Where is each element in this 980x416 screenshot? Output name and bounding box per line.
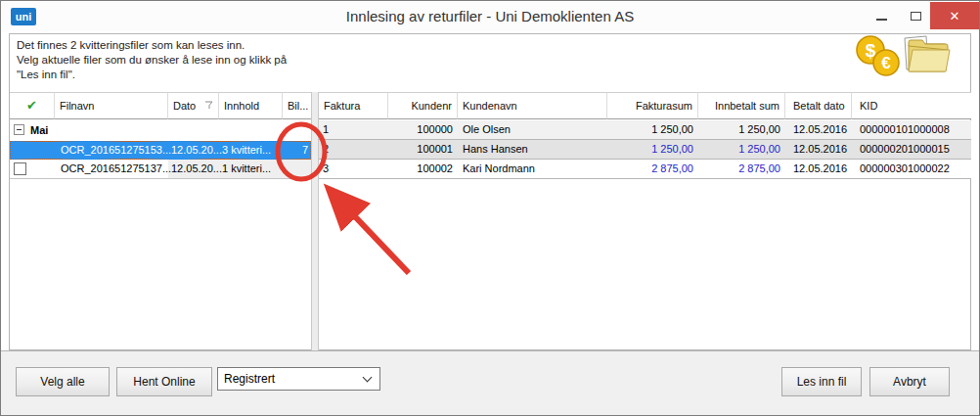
betalt-dato: 12.05.2016 [793,120,852,139]
files-header-dato[interactable]: Dato [168,92,219,119]
checkmark-icon: ✔ [26,98,37,113]
file-content: 1 kvitteri... [222,160,283,177]
panel-splitter[interactable] [311,92,319,350]
dropdown-value: Registrert [224,372,275,386]
fakturasum: 1 250,00 [607,120,693,139]
collapse-group-icon[interactable] [14,124,24,135]
innbetalt-sum: 1 250,00 [698,140,780,159]
file-bilag-count: 7 [283,141,308,159]
faktura-nr: 3 [323,160,381,178]
receipts-header-kid[interactable]: KID [852,92,971,119]
chevron-down-icon [363,373,373,383]
receipts-header-kundenavn[interactable]: Kundenavn [458,92,607,119]
fakturasum: 2 875,00 [607,160,693,178]
kundenavn: Hans Hansen [463,140,604,159]
group-label: Mai [30,120,48,140]
file-checkbox[interactable] [14,162,26,175]
maximize-icon [911,12,921,21]
files-header-bilag[interactable]: Bil... [283,92,311,119]
money-folder-icon: $ € [854,34,952,81]
instruction-line-3: "Les inn fil". [17,68,287,82]
files-group-row[interactable]: Mai [10,120,311,140]
file-content: 3 kvitteri... [222,141,283,159]
status-filter-dropdown[interactable]: Registrert [217,367,380,391]
sort-indicator-icon [204,101,213,110]
kundenavn: Ole Olsen [463,120,604,139]
files-header-check[interactable]: ✔ [10,92,55,119]
receipt-row[interactable]: 2 100001 Hans Hansen 1 250,00 1 250,00 1… [319,140,971,160]
kid: 000000101000008 [860,120,969,139]
close-button[interactable]: ✕ [930,2,979,29]
innbetalt-sum: 2 875,00 [698,160,780,178]
title-bar: uni Innlesing av returfiler - Uni Demokl… [1,1,979,31]
receipts-header-fakturasum[interactable]: Fakturasum [607,92,698,119]
faktura-nr: 2 [323,140,381,159]
avbryt-button[interactable]: Avbryt [869,367,950,396]
minimize-button[interactable] [866,2,897,29]
dialog-innlesing-av-returfiler: uni Innlesing av returfiler - Uni Demokl… [0,0,980,416]
svg-text:€: € [881,54,891,72]
file-row[interactable]: OCR_201651275137... 12.05.20... 1 kvitte… [10,160,311,178]
files-header-innhold[interactable]: Innhold [219,92,283,119]
betalt-dato: 12.05.2016 [793,160,852,178]
receipts-header-betalt-dato[interactable]: Betalt dato [785,92,852,119]
files-header-filnavn[interactable]: Filnavn [55,92,168,119]
file-name: OCR_201651275153... [61,141,171,159]
file-date: 12.05.20... [171,160,222,177]
kundenavn: Kari Nordmann [463,160,604,178]
receipt-row[interactable]: 3 100002 Kari Nordmann 2 875,00 2 875,00… [319,160,971,179]
hent-online-button[interactable]: Hent Online [116,367,212,396]
uni-logo-icon: uni [11,8,36,25]
file-row-selected[interactable]: OCR_201651275153... 12.05.20... 3 kvitte… [10,141,311,160]
kid: 000000301000022 [860,160,969,178]
les-inn-fil-button[interactable]: Les inn fil [781,367,862,396]
row-separator [10,178,311,179]
close-icon: ✕ [950,9,960,23]
receipts-header-innbetalt-sum[interactable]: Innbetalt sum [698,92,785,119]
innbetalt-sum: 1 250,00 [698,120,780,139]
kid: 000000201000015 [860,140,969,159]
instruction-text: Det finnes 2 kvitteringsfiler som kan le… [17,38,287,82]
kundenr: 100000 [388,120,453,139]
kundenr: 100002 [388,160,453,178]
file-date: 12.05.20... [171,141,222,159]
receipts-header-faktura[interactable]: Faktura [319,92,388,119]
file-name: OCR_201651275137... [61,160,171,177]
minimize-icon [876,19,887,21]
instruction-line-2: Velg aktuelle filer som du ønsker å lese… [17,53,287,68]
fakturasum: 1 250,00 [607,140,693,159]
receipt-row[interactable]: 1 100000 Ole Olsen 1 250,00 1 250,00 12.… [319,120,971,140]
velg-alle-button[interactable]: Velg alle [16,367,110,396]
kundenr: 100001 [388,140,453,159]
window-title: Innlesing av returfiler - Uni Demoklient… [118,8,862,24]
receipts-header-kundenr[interactable]: Kundenr [388,92,458,119]
faktura-nr: 1 [323,120,381,139]
instruction-line-1: Det finnes 2 kvitteringsfiler som kan le… [17,38,287,53]
maximize-button[interactable] [900,2,931,29]
betalt-dato: 12.05.2016 [793,140,852,159]
